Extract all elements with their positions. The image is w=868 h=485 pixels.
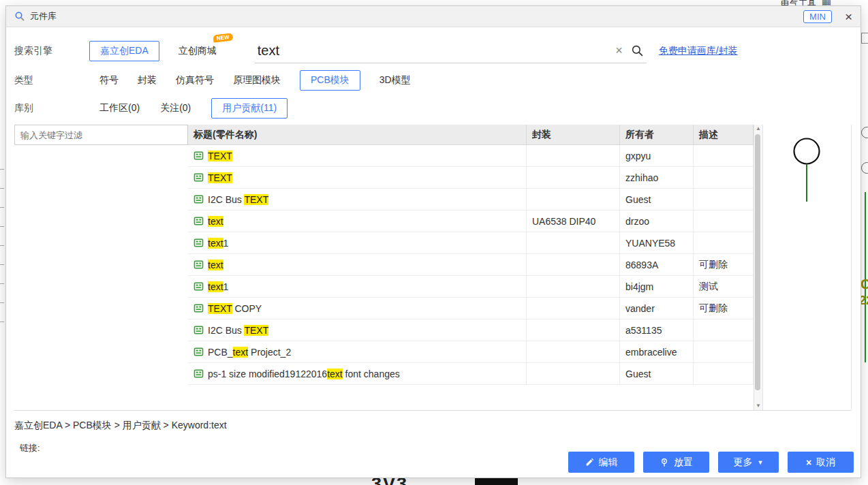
cell-owner: Guest [620, 189, 694, 210]
place-button[interactable]: 放置 [643, 452, 709, 473]
filter-panel [14, 125, 188, 410]
footprint-preview [763, 125, 852, 410]
cancel-x-icon: × [806, 458, 811, 467]
cell-desc [694, 363, 754, 385]
link-label: 链接: [20, 442, 40, 454]
cell-footprint [527, 276, 620, 298]
cell-desc [694, 210, 754, 232]
table-row[interactable]: text1 bi4jgm 测试 [188, 276, 754, 298]
canvas-ruler [0, 169, 4, 322]
cell-title: I2C Bus TEXT [188, 319, 527, 341]
cancel-button-label: 取消 [816, 456, 835, 469]
app-canvas: 电气工具 ▦ 3V3 C 22 元件库 MIN × 搜索引擎 嘉立创EDA [0, 0, 868, 485]
cancel-button[interactable]: × 取消 [788, 452, 854, 473]
search-submit-icon[interactable] [628, 44, 647, 57]
cell-title: TEXT COPY [188, 298, 527, 319]
close-icon[interactable]: × [845, 10, 852, 23]
part-title: text [208, 260, 223, 270]
tab-lcsc-mall[interactable]: 立创商城 NEW [179, 42, 217, 61]
scrollbar-thumb[interactable] [755, 134, 760, 390]
search-engine-label: 搜索引擎 [14, 45, 89, 57]
part-title: PCB_text Project_2 [208, 347, 291, 358]
pencil-icon [585, 458, 594, 467]
table-row[interactable]: I2C Bus TEXT Guest [188, 189, 754, 210]
tab-user-contributed[interactable]: 用户贡献(11) [211, 98, 288, 119]
cell-owner: vander [620, 298, 694, 319]
table-row[interactable]: ps-1 size modified19122016text font chan… [188, 363, 754, 385]
pcb-module-icon [193, 369, 204, 379]
tab-pcb-module[interactable]: PCB模块 [300, 70, 360, 91]
part-title: TEXT [208, 172, 232, 183]
cell-footprint [527, 341, 620, 363]
tab-3d-model[interactable]: 3D模型 [379, 71, 411, 90]
search-input[interactable] [255, 43, 610, 59]
cell-desc [694, 232, 754, 254]
pcb-module-icon [193, 216, 204, 226]
tab-symbol[interactable]: 符号 [99, 71, 119, 90]
table-row[interactable]: I2C Bus TEXT a531135 [188, 319, 754, 341]
pcb-module-icon [193, 325, 204, 335]
more-button[interactable]: 更多 ▼ [718, 452, 779, 473]
filter-input[interactable] [14, 125, 188, 145]
table-body: TEXT gxpyu TEXT zzhihao I2C Bus TEXT Gue… [188, 145, 754, 385]
cell-footprint [527, 232, 620, 254]
pcb-module-icon [193, 194, 204, 204]
cell-owner: Guest [620, 363, 694, 385]
apply-library-link[interactable]: 免费申请画库/封装 [659, 45, 738, 57]
cell-footprint [527, 319, 620, 341]
cell-footprint [527, 298, 620, 319]
scroll-down-icon[interactable]: ▼ [756, 402, 761, 410]
cell-owner: a531135 [620, 319, 694, 341]
cell-owner: gxpyu [620, 145, 694, 167]
table-header: 标题(零件名称) 封装 所有者 描述 [188, 125, 754, 145]
tab-jlc-eda[interactable]: 嘉立创EDA [89, 41, 159, 61]
tab-workspace[interactable]: 工作区(0) [99, 99, 140, 118]
new-badge: NEW [213, 33, 234, 43]
canvas-edge-icon [861, 33, 868, 44]
table-row[interactable]: TEXT COPY vander 可删除 [188, 298, 754, 319]
pcb-module-icon [193, 281, 204, 292]
pcb-module-icon [193, 151, 204, 161]
cell-title: PCB_text Project_2 [188, 341, 527, 363]
cell-owner: zzhihao [620, 167, 694, 189]
search-engine-tabs: 嘉立创EDA 立创商城 NEW [89, 41, 217, 61]
cell-owner: drzoo [620, 210, 694, 232]
tab-spice-symbol[interactable]: 仿真符号 [176, 71, 214, 90]
table-scrollbar[interactable]: ▲ ▼ [754, 125, 763, 410]
footer-buttons: 编辑 放置 更多 ▼ × 取消 [568, 452, 854, 473]
cell-owner: 86893A [620, 254, 694, 276]
cell-title: TEXT [188, 145, 527, 167]
minimize-button[interactable]: MIN [803, 10, 832, 23]
table-row[interactable]: text 86893A 可删除 [188, 254, 754, 276]
part-title: TEXT [208, 151, 232, 161]
canvas-edge-icon [861, 127, 868, 138]
table-row[interactable]: PCB_text Project_2 embracelive [188, 341, 754, 363]
table-row[interactable]: text1 YUANYE58 [188, 232, 754, 254]
cell-footprint [527, 167, 620, 189]
dialog-titlebar: 元件库 MIN × [6, 6, 861, 27]
cell-title: ps-1 size modified19122016text font chan… [188, 363, 527, 385]
table-row[interactable]: TEXT zzhihao [188, 167, 754, 189]
canvas-edge-label: C [861, 277, 868, 292]
cell-desc [694, 341, 754, 363]
pcb-module-icon [193, 347, 204, 357]
cell-footprint [527, 363, 620, 385]
cell-owner: YUANYE58 [620, 232, 694, 254]
chevron-down-icon: ▼ [758, 459, 764, 466]
tab-schematic-module[interactable]: 原理图模块 [233, 71, 281, 90]
tab-followed[interactable]: 关注(0) [160, 99, 191, 118]
results-area: 标题(零件名称) 封装 所有者 描述 TEXT gxpyu TEXT zzhih… [14, 125, 851, 411]
table-row[interactable]: TEXT gxpyu [188, 145, 754, 167]
edit-button-label: 编辑 [599, 456, 618, 469]
clear-search-icon[interactable]: × [610, 44, 628, 58]
table-row[interactable]: text UA6538 DIP40 drzoo [188, 210, 754, 232]
more-button-label: 更多 [734, 456, 753, 469]
scroll-up-icon[interactable]: ▲ [756, 125, 761, 133]
part-title: I2C Bus TEXT [208, 325, 268, 336]
footprint-preview-drawing [763, 125, 851, 410]
edit-button[interactable]: 编辑 [568, 452, 634, 473]
search-icon [14, 11, 25, 22]
place-pin-icon [660, 458, 669, 467]
cell-footprint [527, 145, 620, 167]
tab-footprint[interactable]: 封装 [138, 71, 157, 90]
